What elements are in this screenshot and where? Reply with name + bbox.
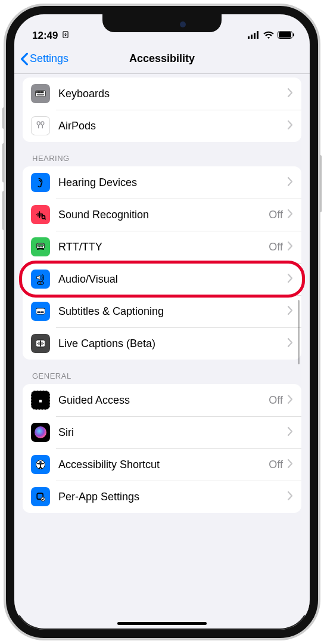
battery-icon bbox=[278, 30, 294, 42]
home-indicator bbox=[117, 622, 207, 625]
chevron-right-icon bbox=[288, 120, 293, 132]
orientation-lock-icon bbox=[61, 30, 70, 42]
row-guided-access[interactable]: Guided Access Off bbox=[23, 384, 301, 416]
svg-rect-27 bbox=[36, 308, 45, 314]
svg-point-17 bbox=[41, 122, 44, 125]
chevron-right-icon bbox=[288, 274, 293, 285]
group-general: Guided Access Off Siri Accessibi bbox=[23, 384, 301, 513]
svg-rect-15 bbox=[38, 94, 43, 95]
row-label: Per-App Settings bbox=[58, 491, 288, 503]
lock-frame-icon bbox=[31, 391, 50, 410]
row-label: AirPods bbox=[58, 120, 288, 132]
chevron-right-icon bbox=[288, 395, 293, 406]
siri-icon bbox=[31, 423, 50, 442]
row-per-app-settings[interactable]: Per-App Settings bbox=[23, 481, 301, 513]
svg-point-21 bbox=[38, 246, 38, 247]
caption-icon bbox=[31, 302, 50, 321]
row-label: RTT/TTY bbox=[58, 241, 269, 253]
row-rtt-tty[interactable]: RTT/TTY Off bbox=[23, 231, 301, 263]
side-button bbox=[319, 155, 322, 212]
svg-rect-4 bbox=[254, 33, 256, 39]
svg-point-16 bbox=[37, 122, 40, 125]
chevron-right-icon bbox=[288, 209, 293, 221]
volume-up-button bbox=[2, 143, 5, 182]
group-keyboards-airpods: Keyboards AirPods bbox=[23, 78, 301, 142]
svg-point-33 bbox=[40, 461, 42, 463]
back-button[interactable]: Settings bbox=[20, 52, 68, 66]
row-siri[interactable]: Siri bbox=[23, 416, 301, 448]
svg-rect-1 bbox=[65, 35, 66, 36]
svg-rect-8 bbox=[293, 33, 294, 36]
svg-rect-31 bbox=[39, 400, 42, 402]
row-subtitles-captioning[interactable]: Subtitles & Captioning bbox=[23, 295, 301, 327]
keyboard-icon bbox=[31, 84, 50, 103]
svg-rect-11 bbox=[38, 92, 39, 93]
chevron-right-icon bbox=[288, 242, 293, 253]
svg-rect-13 bbox=[41, 92, 42, 93]
chevron-right-icon bbox=[288, 177, 293, 188]
wifi-icon bbox=[263, 30, 274, 42]
section-header-general: General bbox=[14, 360, 310, 384]
row-keyboards[interactable]: Keyboards bbox=[23, 78, 301, 110]
chevron-right-icon bbox=[288, 338, 293, 349]
accessibility-icon bbox=[31, 455, 50, 474]
svg-rect-3 bbox=[251, 35, 253, 39]
speaker-eye-icon bbox=[31, 270, 50, 289]
app-check-icon bbox=[31, 487, 50, 506]
svg-point-22 bbox=[39, 246, 40, 247]
group-hearing: Hearing Devices Sound Recognition Off bbox=[23, 166, 301, 360]
cellular-signal-icon bbox=[248, 30, 260, 42]
live-caption-icon bbox=[31, 334, 50, 353]
svg-rect-2 bbox=[248, 36, 250, 39]
row-label: Live Captions (Beta) bbox=[58, 338, 288, 350]
chevron-right-icon bbox=[288, 427, 293, 438]
svg-point-26 bbox=[40, 282, 42, 284]
phone-frame: 12:49 bbox=[6, 6, 318, 638]
svg-rect-14 bbox=[42, 92, 43, 93]
chevron-right-icon bbox=[288, 459, 293, 470]
row-live-captions[interactable]: Live Captions (Beta) bbox=[23, 327, 301, 360]
svg-rect-7 bbox=[279, 32, 291, 38]
notch bbox=[102, 14, 222, 32]
row-value: Off bbox=[269, 241, 283, 253]
volume-down-button bbox=[2, 191, 5, 230]
row-label: Hearing Devices bbox=[58, 177, 288, 189]
row-label: Keyboards bbox=[58, 88, 288, 100]
waveform-icon bbox=[31, 205, 50, 224]
settings-list[interactable]: Keyboards AirPods Hearing bbox=[14, 74, 310, 615]
row-label: Accessibility Shortcut bbox=[58, 459, 269, 471]
row-accessibility-shortcut[interactable]: Accessibility Shortcut Off bbox=[23, 448, 301, 481]
row-value: Off bbox=[269, 459, 283, 471]
row-value: Off bbox=[269, 394, 283, 407]
svg-point-24 bbox=[42, 246, 43, 247]
row-label: Audio/Visual bbox=[58, 273, 288, 286]
svg-rect-20 bbox=[38, 244, 43, 246]
row-label: Subtitles & Captioning bbox=[58, 305, 288, 318]
row-audio-visual[interactable]: Audio/Visual bbox=[23, 263, 301, 295]
section-header-hearing: Hearing bbox=[14, 142, 310, 166]
row-value: Off bbox=[269, 209, 283, 221]
svg-point-23 bbox=[40, 246, 41, 247]
scroll-indicator bbox=[298, 300, 300, 364]
chevron-right-icon bbox=[288, 306, 293, 317]
back-label: Settings bbox=[30, 52, 68, 65]
status-time: 12:49 bbox=[32, 30, 58, 42]
svg-rect-10 bbox=[36, 92, 38, 93]
nav-bar: Settings Accessibility bbox=[14, 44, 310, 74]
svg-rect-12 bbox=[39, 92, 40, 93]
tty-icon bbox=[31, 237, 50, 256]
ear-icon bbox=[31, 173, 50, 192]
chevron-right-icon bbox=[288, 491, 293, 503]
row-hearing-devices[interactable]: Hearing Devices bbox=[23, 166, 301, 199]
svg-rect-28 bbox=[38, 312, 40, 313]
svg-rect-29 bbox=[41, 312, 43, 313]
chevron-left-icon bbox=[20, 52, 29, 66]
row-label: Siri bbox=[58, 426, 288, 439]
row-sound-recognition[interactable]: Sound Recognition Off bbox=[23, 199, 301, 231]
volume-silent-switch bbox=[2, 107, 5, 129]
front-camera bbox=[180, 21, 186, 27]
row-label: Guided Access bbox=[58, 394, 269, 407]
row-label: Sound Recognition bbox=[58, 209, 269, 221]
row-airpods[interactable]: AirPods bbox=[23, 110, 301, 142]
airpods-icon bbox=[31, 116, 50, 135]
